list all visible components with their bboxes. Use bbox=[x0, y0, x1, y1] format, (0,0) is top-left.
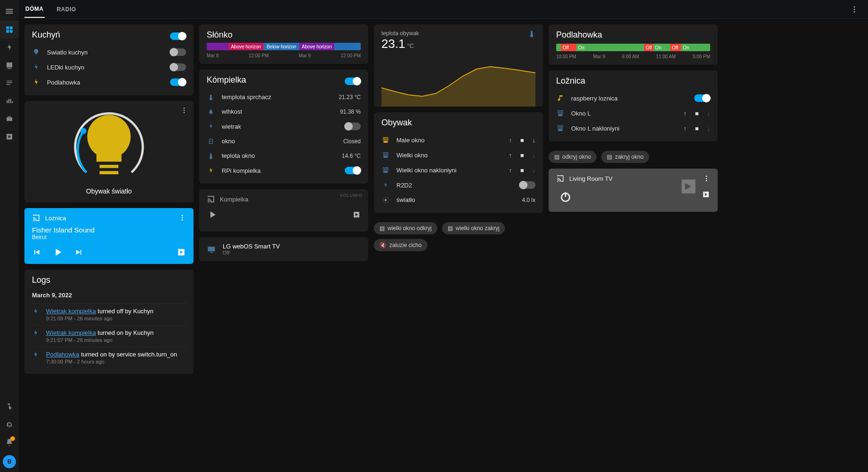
arrow-up-icon[interactable]: ↑ bbox=[509, 167, 512, 174]
user-avatar[interactable]: B bbox=[3, 455, 16, 468]
row-label[interactable]: wietrak bbox=[222, 123, 338, 130]
row-label[interactable]: Podlahowka bbox=[47, 79, 163, 86]
overflow-menu[interactable] bbox=[846, 5, 862, 14]
media-source[interactable]: Living Room TV bbox=[569, 175, 612, 182]
tab-doma[interactable]: DÓMA bbox=[24, 1, 45, 18]
row-label[interactable]: okno bbox=[222, 138, 337, 145]
browse-media-icon[interactable] bbox=[702, 190, 710, 199]
nav-map[interactable] bbox=[0, 56, 19, 74]
lightbulb-icon[interactable] bbox=[71, 108, 147, 184]
blinds-icon bbox=[556, 124, 565, 132]
log-entity-link[interactable]: Podlahowka bbox=[46, 351, 79, 358]
arrow-up-icon[interactable]: ↑ bbox=[683, 125, 687, 132]
card-title: Kómpielka bbox=[207, 75, 246, 85]
media-brand: VOLUMIO bbox=[340, 193, 363, 198]
media-card-kompielka: VOLUMIO Kompielka bbox=[199, 189, 368, 232]
log-entry: Wietrak kompielka turned off by Kuchyn 9… bbox=[32, 303, 186, 325]
row-label[interactable]: raspberry loznica bbox=[571, 95, 688, 102]
nav-energy[interactable] bbox=[0, 39, 19, 56]
arrow-down-icon[interactable]: ↓ bbox=[533, 167, 536, 174]
log-date: March 9, 2022 bbox=[32, 292, 186, 299]
chip-odkryj[interactable]: ▤wielki okno odkryj bbox=[374, 222, 437, 234]
scene-chips: ▤wielki okno odkryj ▤wielki okno zakryj … bbox=[374, 222, 543, 251]
stop-icon[interactable]: ■ bbox=[520, 152, 524, 159]
log-entity-link[interactable]: Wietrak kompielka bbox=[46, 329, 96, 336]
row-label[interactable]: Swiatlo kuchyn bbox=[47, 49, 163, 56]
arrow-up-icon[interactable]: ↑ bbox=[509, 137, 512, 144]
nav-config[interactable] bbox=[0, 416, 19, 433]
nav-devtools[interactable] bbox=[0, 398, 19, 416]
nav-logbook[interactable] bbox=[0, 74, 19, 92]
row-label[interactable]: światło bbox=[396, 196, 515, 203]
power-button[interactable] bbox=[556, 187, 575, 206]
play-icon[interactable] bbox=[207, 209, 218, 220]
browse-media-icon[interactable] bbox=[177, 248, 186, 257]
toggle-podlahowka[interactable] bbox=[170, 78, 186, 86]
nav-overview[interactable] bbox=[0, 21, 19, 39]
arrow-up-icon[interactable]: ↑ bbox=[509, 152, 512, 159]
track-title: Fisher Island Sound bbox=[32, 226, 186, 234]
card-kompielka: Kómpielka templota sprchacz21.23 °C wlhk… bbox=[199, 70, 368, 184]
row-label[interactable]: templota sprchacz bbox=[222, 93, 332, 101]
arrow-up-icon[interactable]: ↑ bbox=[683, 110, 687, 117]
track-artist: Beirut bbox=[32, 234, 186, 240]
chip-zakryj[interactable]: ▤wielki okno zakryj bbox=[442, 222, 505, 234]
toggle-wietrak[interactable] bbox=[345, 123, 361, 130]
log-entity-link[interactable]: Wietrak kompielka bbox=[46, 308, 96, 315]
flash-icon bbox=[207, 167, 215, 174]
arrow-down-icon[interactable]: ↓ bbox=[707, 110, 711, 117]
svg-point-0 bbox=[854, 6, 855, 8]
media-source[interactable]: Kompielka bbox=[220, 196, 248, 203]
cover-label[interactable]: Okno L bbox=[571, 110, 677, 117]
nav-history[interactable] bbox=[0, 92, 19, 110]
history-timeline[interactable]: OffOnOffOnOffOn bbox=[556, 44, 710, 51]
row-label[interactable]: R2D2 bbox=[396, 182, 513, 189]
chip-odkryj-okno[interactable]: ▤odkryj okno bbox=[549, 151, 597, 163]
group-toggle-kompielka[interactable] bbox=[345, 77, 361, 85]
arrow-down-icon[interactable]: ↓ bbox=[533, 137, 536, 144]
brightness-slider[interactable] bbox=[71, 108, 147, 184]
toggle-swiatlo-kuchyn[interactable] bbox=[170, 48, 186, 56]
skip-previous-icon[interactable] bbox=[32, 248, 41, 257]
card-temp-obywak[interactable]: teplota obywak 23.1°C bbox=[374, 24, 543, 107]
browse-media-icon[interactable] bbox=[352, 210, 361, 219]
toggle-r2d2[interactable] bbox=[519, 181, 535, 189]
skip-next-icon[interactable] bbox=[74, 248, 84, 257]
toggle-rpi-kompielka[interactable] bbox=[345, 167, 361, 174]
flash-icon bbox=[32, 78, 40, 86]
cover-label[interactable]: Okno L nakloniyni bbox=[571, 125, 677, 132]
nav-media[interactable] bbox=[0, 128, 19, 146]
sun-timeline[interactable]: Above horizonBelow horizonAbove horizon bbox=[207, 43, 361, 50]
tab-radio[interactable]: RADIO bbox=[56, 1, 77, 17]
flash-icon bbox=[32, 308, 39, 321]
log-msg: turned on by Kuchyn bbox=[96, 329, 154, 336]
play-icon[interactable] bbox=[52, 246, 64, 258]
arrow-down-icon[interactable]: ↓ bbox=[707, 125, 711, 132]
cover-label[interactable]: Wielki okno bbox=[396, 152, 502, 159]
toggle-raspberry[interactable] bbox=[694, 94, 710, 102]
card-webos[interactable]: LG webOS Smart TV Off bbox=[199, 237, 368, 261]
stop-icon[interactable]: ■ bbox=[520, 167, 524, 174]
hamburger-menu[interactable] bbox=[0, 2, 19, 21]
chip-zakryj-okno[interactable]: ▤zakryj okno bbox=[601, 151, 649, 163]
group-toggle-kuchyn[interactable] bbox=[170, 32, 186, 40]
row-label[interactable]: LEDki kuchyn bbox=[47, 64, 163, 71]
card-menu[interactable] bbox=[178, 214, 186, 222]
nav-notifications[interactable] bbox=[0, 433, 19, 451]
card-menu[interactable] bbox=[180, 107, 188, 114]
chip-zaluzie[interactable]: 🔇zaluzie cicho bbox=[374, 239, 427, 251]
nav-hacs[interactable] bbox=[0, 110, 19, 128]
log-meta: 9:21:07 PM - 26 minutes ago bbox=[46, 337, 154, 343]
row-label[interactable]: teplota okno bbox=[222, 152, 335, 159]
media-source[interactable]: Loznica bbox=[45, 215, 66, 222]
toggle-ledki-kuchyn[interactable] bbox=[170, 63, 186, 71]
card-menu[interactable] bbox=[703, 175, 710, 182]
stop-icon[interactable]: ■ bbox=[520, 137, 524, 144]
arrow-down-icon[interactable]: ↓ bbox=[533, 152, 536, 159]
row-label[interactable]: wlhkost bbox=[222, 108, 333, 115]
stop-icon[interactable]: ■ bbox=[695, 125, 699, 132]
stop-icon[interactable]: ■ bbox=[695, 110, 699, 117]
cover-label[interactable]: Wielki okno nakloniyni bbox=[396, 167, 502, 174]
row-label[interactable]: RPi kompielka bbox=[222, 167, 338, 174]
cover-label[interactable]: Male okno bbox=[396, 137, 502, 144]
